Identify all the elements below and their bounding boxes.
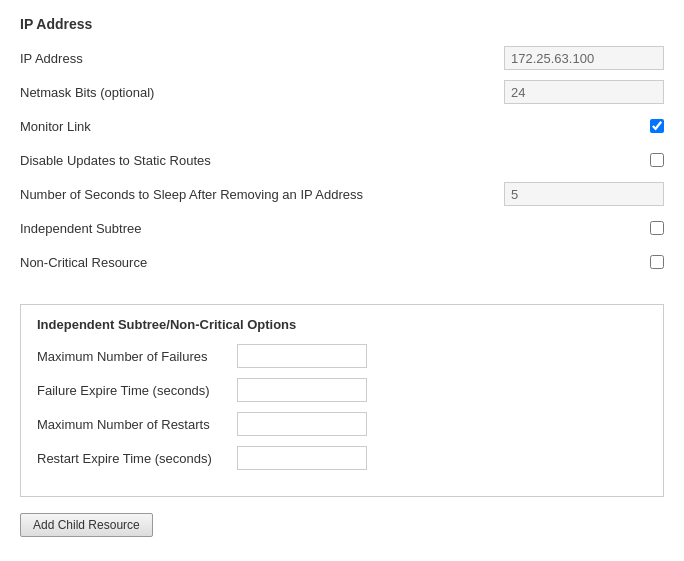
monitor-link-checkbox-wrapper — [650, 119, 664, 133]
restart-expire-row: Restart Expire Time (seconds) — [37, 446, 647, 470]
add-child-resource-button[interactable]: Add Child Resource — [20, 513, 153, 537]
non-critical-checkbox[interactable] — [650, 255, 664, 269]
main-container: IP Address IP Address Netmask Bits (opti… — [0, 0, 684, 561]
non-critical-row: Non-Critical Resource — [20, 250, 664, 274]
independent-subtree-row: Independent Subtree — [20, 216, 664, 240]
independent-subtree-label: Independent Subtree — [20, 221, 220, 236]
restart-expire-input[interactable] — [237, 446, 367, 470]
max-restarts-row: Maximum Number of Restarts — [37, 412, 647, 436]
ip-address-row: IP Address — [20, 46, 664, 70]
max-failures-row: Maximum Number of Failures — [37, 344, 647, 368]
netmask-input[interactable] — [504, 80, 664, 104]
add-child-btn-row: Add Child Resource — [20, 513, 664, 537]
disable-updates-row: Disable Updates to Static Routes — [20, 148, 664, 172]
sleep-label: Number of Seconds to Sleep After Removin… — [20, 187, 460, 202]
monitor-link-checkbox[interactable] — [650, 119, 664, 133]
failure-expire-input[interactable] — [237, 378, 367, 402]
ip-address-section: IP Address IP Address Netmask Bits (opti… — [0, 0, 684, 561]
subtree-title: Independent Subtree/Non-Critical Options — [37, 317, 647, 332]
disable-updates-checkbox-wrapper — [650, 153, 664, 167]
independent-subtree-checkbox[interactable] — [650, 221, 664, 235]
ip-address-input[interactable] — [504, 46, 664, 70]
max-failures-label: Maximum Number of Failures — [37, 349, 237, 364]
sleep-row: Number of Seconds to Sleep After Removin… — [20, 182, 664, 206]
disable-updates-checkbox[interactable] — [650, 153, 664, 167]
section-title: IP Address — [20, 16, 664, 32]
max-failures-input[interactable] — [237, 344, 367, 368]
subtree-options-box: Independent Subtree/Non-Critical Options… — [20, 304, 664, 497]
sleep-input[interactable] — [504, 182, 664, 206]
max-restarts-input[interactable] — [237, 412, 367, 436]
netmask-row: Netmask Bits (optional) — [20, 80, 664, 104]
independent-subtree-checkbox-wrapper — [650, 221, 664, 235]
failure-expire-row: Failure Expire Time (seconds) — [37, 378, 647, 402]
failure-expire-label: Failure Expire Time (seconds) — [37, 383, 237, 398]
monitor-link-label: Monitor Link — [20, 119, 220, 134]
ip-address-label: IP Address — [20, 51, 220, 66]
netmask-label: Netmask Bits (optional) — [20, 85, 220, 100]
disable-updates-label: Disable Updates to Static Routes — [20, 153, 220, 168]
non-critical-label: Non-Critical Resource — [20, 255, 220, 270]
restart-expire-label: Restart Expire Time (seconds) — [37, 451, 237, 466]
monitor-link-row: Monitor Link — [20, 114, 664, 138]
max-restarts-label: Maximum Number of Restarts — [37, 417, 237, 432]
non-critical-checkbox-wrapper — [650, 255, 664, 269]
